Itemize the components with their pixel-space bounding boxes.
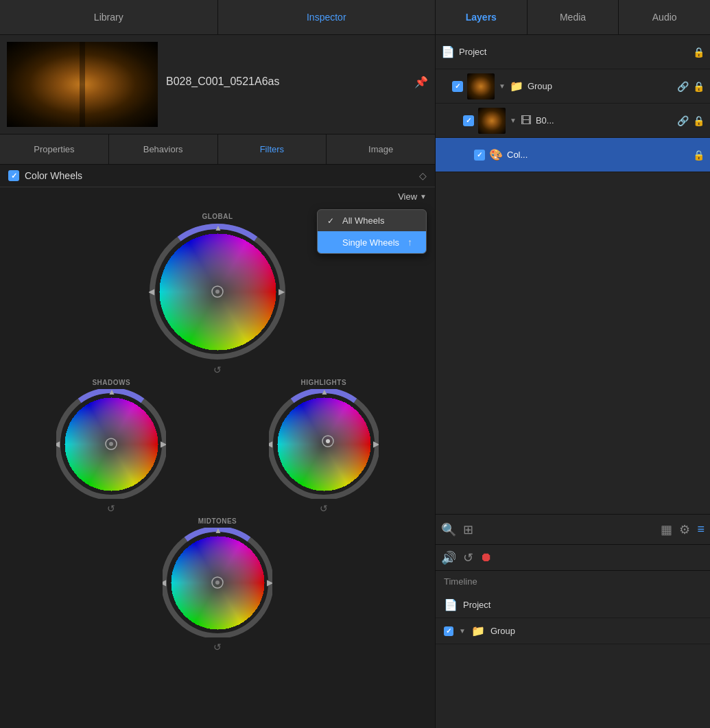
timeline-row-group[interactable]: ▼ 📁 Group (436, 618, 710, 644)
view-dropdown-menu: ✓ All Wheels Single Wheels ↑ (317, 209, 427, 254)
dropdown-item-single-wheels[interactable]: Single Wheels ↑ (318, 231, 426, 253)
layer-row-group[interactable]: ▼ 📁 Group 🔗 🔒 (436, 69, 710, 104)
col-check[interactable] (474, 150, 485, 161)
timeline-label: Timeline (436, 571, 710, 592)
global-wheel-wrapper (149, 223, 286, 360)
settings-icon[interactable]: ⚙ (679, 522, 690, 537)
timeline-expand-icon[interactable]: ▼ (459, 627, 466, 635)
layer-row-col[interactable]: 🎨 Col... 🔒 (436, 138, 710, 172)
stack-icon[interactable]: ≡ (697, 522, 705, 537)
project-actions: 🔒 (693, 47, 705, 58)
timeline-project-name: Project (463, 600, 490, 610)
record-icon[interactable]: ⏺ (480, 550, 493, 565)
project-icon: 📄 (441, 45, 455, 58)
view-dropdown-area: View ▼ ✓ All Wheels Single Wheels ↑ (0, 187, 435, 206)
layer-row-project[interactable]: 📄 Project 🔒 (436, 35, 710, 69)
preview-header-row: B028_C001_0521A6as 📌 (166, 75, 428, 93)
right-panel: 📄 Project 🔒 ▼ 📁 Group 🔗 🔒 (436, 35, 710, 728)
midtones-wheel-wrapper (163, 528, 272, 637)
timeline-group-check[interactable] (444, 626, 453, 636)
dropdown-item-all-wheels[interactable]: ✓ All Wheels (318, 210, 426, 231)
panel-title: Color Wheels (25, 170, 419, 181)
highlights-label: HIGHLIGHTS (300, 379, 346, 386)
timeline-row-project[interactable]: 📄 Project (436, 592, 710, 618)
layer-name-group: Group (528, 81, 673, 91)
tab-behaviors[interactable]: Behaviors (109, 134, 218, 164)
preview-info: B028_C001_0521A6as 📌 (166, 75, 428, 93)
top-tab-bar: Library Inspector Layers Media Audio (0, 0, 710, 35)
loop-icon[interactable]: ↺ (463, 550, 473, 565)
pin-icon[interactable]: 📌 (414, 75, 428, 89)
col-lock-icon[interactable]: 🔒 (693, 150, 705, 161)
left-tabs: Library Inspector (0, 0, 436, 34)
main-layout: B028_C001_0521A6as 📌 Properties Behavior… (0, 35, 710, 728)
grid-icon[interactable]: ▦ (661, 522, 672, 537)
shadows-color-wheel[interactable] (56, 389, 166, 499)
midtones-wheel-container: MIDTONES ↺ (7, 517, 428, 653)
tab-image[interactable]: Image (327, 134, 435, 164)
b0-lock-icon[interactable]: 🔒 (693, 115, 705, 126)
tab-media[interactable]: Media (528, 0, 619, 34)
timeline-group-icon: 📁 (471, 624, 485, 637)
shadows-reset-icon[interactable]: ↺ (107, 503, 115, 514)
global-color-wheel[interactable] (149, 223, 286, 360)
check-mark-icon: ✓ (327, 216, 337, 226)
midtones-color-wheel[interactable] (163, 528, 272, 637)
right-tabs: Layers Media Audio (436, 0, 710, 34)
highlights-color-wheel[interactable] (269, 389, 379, 499)
layers-toolbar: 🔍 ⊞ ▦ ⚙ ≡ (436, 514, 710, 544)
group-link-icon[interactable]: 🔗 (677, 81, 689, 92)
layout-icon[interactable]: ⊞ (463, 522, 473, 537)
shadows-label: SHADOWS (92, 379, 130, 386)
global-reset-icon[interactable]: ↺ (213, 364, 222, 375)
highlights-wheel-wrapper (269, 389, 379, 499)
highlights-wheel-container: HIGHLIGHTS ↺ (220, 379, 429, 514)
shadows-wheel-container: SHADOWS ↺ (7, 379, 216, 514)
audio-icon[interactable]: 🔊 (441, 550, 456, 565)
b0-expand-icon[interactable]: ▼ (510, 117, 517, 124)
cursor-icon: ↑ (407, 237, 412, 248)
preview-area: B028_C001_0521A6as 📌 (0, 35, 435, 134)
sub-tabs: Properties Behaviors Filters Image (0, 134, 435, 165)
wheels-grid: GLOBAL ↺ SHADOWS ↺ HIGHLIGHTS (0, 206, 435, 659)
layer-name-project: Project (459, 47, 689, 57)
color-wheels-panel: Color Wheels ◇ View ▼ ✓ All Wheels (0, 165, 435, 728)
timeline-project-icon: 📄 (444, 598, 458, 611)
layer-row-b0[interactable]: ▼ 🎞 B0... 🔗 🔒 (436, 104, 710, 138)
shadows-wheel-wrapper (56, 389, 166, 499)
group-expand-icon[interactable]: ▼ (499, 82, 506, 90)
midtones-label: MIDTONES (198, 517, 237, 525)
b0-check[interactable] (463, 115, 474, 126)
tab-properties[interactable]: Properties (0, 134, 109, 164)
preview-filename: B028_C001_0521A6as (166, 75, 279, 88)
preview-thumbnail (7, 42, 158, 127)
view-button[interactable]: View ▼ (398, 191, 427, 202)
timeline-section: Timeline 📄 Project ▼ 📁 Group (436, 570, 710, 728)
group-check[interactable] (452, 81, 463, 92)
secondary-toolbar: 🔊 ↺ ⏺ (436, 544, 710, 570)
tab-inspector[interactable]: Inspector (218, 0, 436, 34)
tab-layers[interactable]: Layers (436, 0, 528, 34)
thumbnail-image (7, 42, 158, 127)
col-actions: 🔒 (693, 150, 705, 161)
group-lock-icon[interactable]: 🔒 (693, 81, 705, 92)
diamond-icon: ◇ (419, 170, 427, 181)
tab-filters[interactable]: Filters (218, 134, 327, 164)
b0-link-icon[interactable]: 🔗 (677, 115, 689, 126)
tab-library[interactable]: Library (0, 0, 218, 34)
group-actions: 🔗 🔒 (677, 81, 705, 92)
b0-thumb (478, 108, 506, 134)
layer-name-b0: B0... (536, 115, 673, 126)
color-wheels-checkbox[interactable] (8, 170, 19, 181)
tab-audio[interactable]: Audio (619, 0, 710, 34)
highlights-reset-icon[interactable]: ↺ (320, 503, 328, 514)
group-icon: 📁 (510, 80, 523, 93)
global-label: GLOBAL (202, 213, 233, 220)
left-panel: B028_C001_0521A6as 📌 Properties Behavior… (0, 35, 436, 728)
search-icon[interactable]: 🔍 (441, 522, 456, 537)
lock-icon[interactable]: 🔒 (693, 47, 705, 58)
b0-actions: 🔗 🔒 (677, 115, 705, 126)
chevron-down-icon: ▼ (420, 193, 427, 200)
midtones-reset-icon[interactable]: ↺ (213, 642, 222, 653)
layer-name-col: Col... (507, 150, 689, 160)
